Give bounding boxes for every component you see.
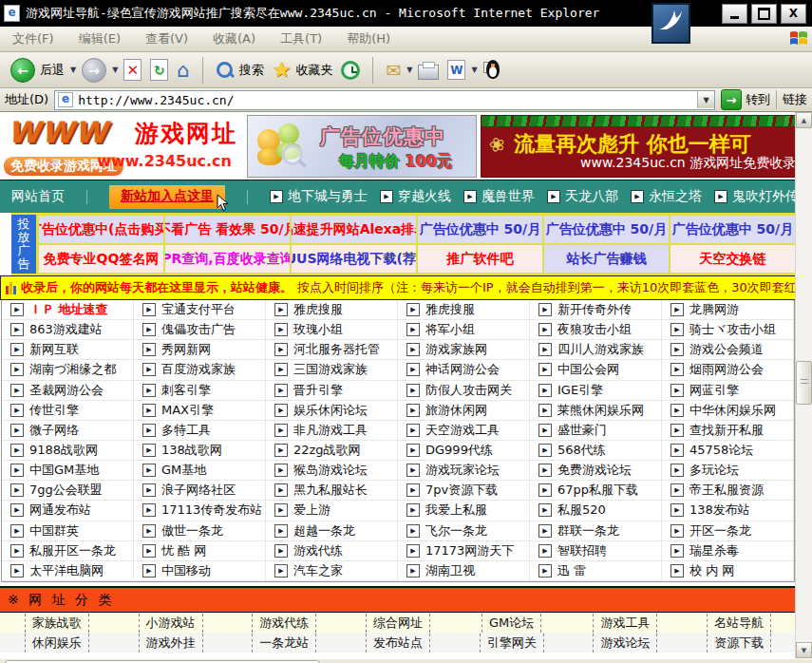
nav-home-link[interactable]: 网站首页 <box>11 188 65 205</box>
menu-item[interactable]: 帮助(H) <box>334 30 403 47</box>
directory-link[interactable]: ▶我爱上私服 <box>398 501 530 521</box>
directory-link[interactable]: ▶莱熊休闲娱乐网 <box>530 401 662 421</box>
close-button[interactable]: X <box>781 4 806 24</box>
directory-link[interactable]: ▶私服开区一条龙 <box>2 541 134 561</box>
directory-link[interactable]: ▶游戏代练 <box>266 541 398 561</box>
directory-link[interactable]: ▶湖南卫视 <box>398 561 530 581</box>
refresh-button[interactable]: ↻ <box>147 57 171 83</box>
forward-button[interactable]: → <box>79 56 109 85</box>
category-link[interactable]: 休闲娱乐 <box>25 634 89 653</box>
directory-link[interactable]: ▶中国群英 <box>2 521 134 541</box>
history-button[interactable] <box>338 59 363 82</box>
category-link[interactable]: 发布站点 <box>366 634 430 653</box>
directory-link[interactable]: ▶湖南づ湘缘之都 <box>2 360 134 380</box>
nav-game-link[interactable]: ▶天龙八部 <box>547 188 618 205</box>
directory-link[interactable]: ▶猴岛游戏论坛 <box>266 461 398 481</box>
category-link[interactable]: 引擎网关 <box>480 634 544 653</box>
vertical-scrollbar[interactable]: ▲ ▼ <box>795 112 812 658</box>
directory-link[interactable]: ▶宝通支付平台 <box>134 300 266 320</box>
directory-link[interactable]: ▶防假人攻击网关 <box>398 381 530 401</box>
directory-link[interactable]: ▶中华休闲娱乐网 <box>662 401 794 421</box>
scroll-down-arrow[interactable]: ▼ <box>796 642 812 658</box>
favorites-button[interactable]: ★ 收藏夹 <box>270 59 336 82</box>
directory-link[interactable]: ▶新开传奇外传 <box>530 300 662 320</box>
ad-cell-link[interactable]: 广告位优惠中 50/月 <box>543 215 670 244</box>
directory-link[interactable]: ▶GM基地 <box>134 461 266 481</box>
ad-cell-link[interactable]: 推广软件吧 <box>417 244 543 274</box>
edit-dropdown[interactable]: ▼ <box>471 66 477 74</box>
back-button[interactable]: ← 后退 <box>8 56 67 85</box>
category-link[interactable]: 游戏代练 <box>252 614 316 633</box>
directory-link[interactable]: ▶ＩＰ 地址速查 <box>2 300 134 320</box>
menu-item[interactable]: 收藏(A) <box>200 30 268 47</box>
directory-link[interactable]: ▶旅游休闲网 <box>398 401 530 421</box>
directory-link[interactable]: ▶三国游戏家族 <box>266 360 398 380</box>
minimize-button[interactable] <box>722 4 747 24</box>
category-link[interactable]: 一条龙站 <box>252 634 316 653</box>
directory-link[interactable]: ▶烟雨网游公会 <box>662 360 794 380</box>
scroll-up-arrow[interactable]: ▲ <box>796 112 812 128</box>
menu-item[interactable]: 工具(T) <box>268 30 334 47</box>
directory-link[interactable]: ▶多玩论坛 <box>662 461 794 481</box>
directory-link[interactable]: ▶网蓝引擎 <box>662 381 794 401</box>
directory-link[interactable]: ▶河北服务器托管 <box>266 340 398 360</box>
directory-link[interactable]: ▶67pp私服下载 <box>530 481 662 501</box>
directory-link[interactable]: ▶雅虎搜服 <box>266 300 398 320</box>
directory-link[interactable]: ▶浪子网络社区 <box>134 481 266 501</box>
directory-link[interactable]: ▶飞尔一条龙 <box>398 521 530 541</box>
directory-link[interactable]: ▶微子网络 <box>2 421 134 441</box>
directory-link[interactable]: ▶玫瑰小组 <box>266 320 398 340</box>
directory-link[interactable]: ▶超越一条龙 <box>266 521 398 541</box>
category-link[interactable]: 小游戏站 <box>139 614 203 633</box>
directory-link[interactable]: ▶新网互联 <box>2 340 134 360</box>
directory-link[interactable]: ▶9188战歌网 <box>2 441 134 461</box>
directory-link[interactable]: ▶138发布站 <box>662 501 794 521</box>
print-button[interactable] <box>415 59 442 82</box>
directory-link[interactable]: ▶圣裁网游公会 <box>2 381 134 401</box>
menu-item[interactable]: 文件(F) <box>0 30 66 47</box>
address-dropdown[interactable]: ▼ <box>697 92 714 108</box>
nav-game-link[interactable]: ▶穿越火线 <box>380 188 451 205</box>
directory-link[interactable]: ▶17173网游天下 <box>398 541 530 561</box>
ad-cell-link[interactable]: 广告位优惠中 50/月 <box>417 215 543 244</box>
directory-link[interactable]: ▶中国公会网 <box>530 360 662 380</box>
directory-link[interactable]: ▶盛世豪门 <box>530 421 662 441</box>
directory-link[interactable]: ▶校 内 网 <box>662 561 794 581</box>
directory-link[interactable]: ▶神话网游公会 <box>398 360 530 380</box>
go-button[interactable]: → 转到 <box>721 89 770 110</box>
directory-link[interactable]: ▶游戏公会频道 <box>662 340 794 360</box>
directory-link[interactable]: ▶非凡游戏工具 <box>266 421 398 441</box>
stop-button[interactable]: ✕ <box>121 57 144 83</box>
directory-link[interactable]: ▶22zg战歌网 <box>266 441 398 461</box>
directory-link[interactable]: ▶免费游戏论坛 <box>530 461 662 481</box>
directory-link[interactable]: ▶将军小组 <box>398 320 530 340</box>
banner-middle-ad[interactable]: 广告位优惠中 每月特价 100元 <box>247 115 477 178</box>
directory-link[interactable]: ▶雅虎搜服 <box>398 300 530 320</box>
category-link[interactable]: 家族战歌 <box>25 614 89 633</box>
directory-link[interactable]: ▶568代练 <box>530 441 662 461</box>
directory-link[interactable]: ▶汽车之家 <box>266 561 398 581</box>
ad-cell-link[interactable]: 站长广告赚钱 <box>543 244 670 274</box>
ad-cell-link[interactable]: 迅速提升网站Alexa排名 <box>291 215 417 244</box>
forward-dropdown[interactable]: ▼ <box>112 66 118 74</box>
category-link[interactable]: 游戏工具 <box>593 614 657 633</box>
nav-game-link[interactable]: ▶魔兽世界 <box>463 188 535 205</box>
directory-link[interactable]: ▶娱乐休闲论坛 <box>266 401 398 421</box>
directory-link[interactable]: ▶傲世一条龙 <box>134 521 266 541</box>
ad-cell-link[interactable]: 免费专业QQ签名网 <box>38 244 164 274</box>
directory-link[interactable]: ▶骑士ヾ攻击小组 <box>662 320 794 340</box>
banner-right-ad[interactable]: ❀ 流量再次彪升 你也一样可 www.2345uc.cn 游戏网址免费收录 <box>481 115 796 178</box>
menu-item[interactable]: 查看(V) <box>133 30 200 47</box>
directory-link[interactable]: ▶45758论坛 <box>662 441 794 461</box>
directory-link[interactable]: ▶迅 雷 <box>530 561 662 581</box>
directory-link[interactable]: ▶爱上游 <box>266 501 398 521</box>
directory-link[interactable]: ▶多特工具 <box>134 421 266 441</box>
maximize-button[interactable] <box>751 4 777 24</box>
directory-link[interactable]: ▶忧 酷 网 <box>134 541 266 561</box>
nav-game-link[interactable]: ▶鬼吹灯外传 <box>714 188 796 205</box>
directory-link[interactable]: ▶7pv资源下载 <box>398 481 530 501</box>
nav-game-link[interactable]: ▶地下城与勇士 <box>270 188 368 205</box>
ad-cell-link[interactable]: UUS网络电视下载(荐) <box>291 244 417 274</box>
directory-link[interactable]: ▶查找新开私服 <box>662 421 794 441</box>
directory-link[interactable]: ▶百度游戏家族 <box>134 360 266 380</box>
